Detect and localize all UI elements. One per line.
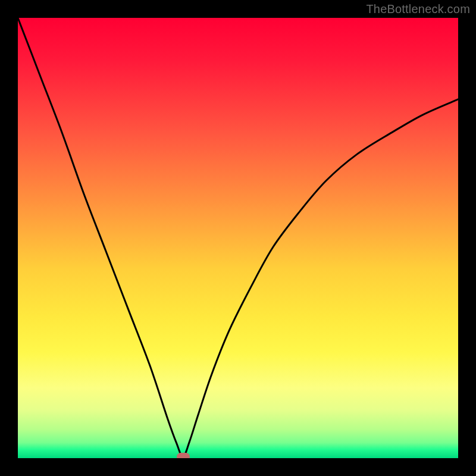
chart-frame: TheBottleneck.com — [0, 0, 476, 476]
plot-area — [18, 18, 458, 458]
min-point-marker — [177, 453, 190, 458]
watermark-text: TheBottleneck.com — [366, 2, 470, 16]
bottleneck-curve — [18, 18, 458, 458]
